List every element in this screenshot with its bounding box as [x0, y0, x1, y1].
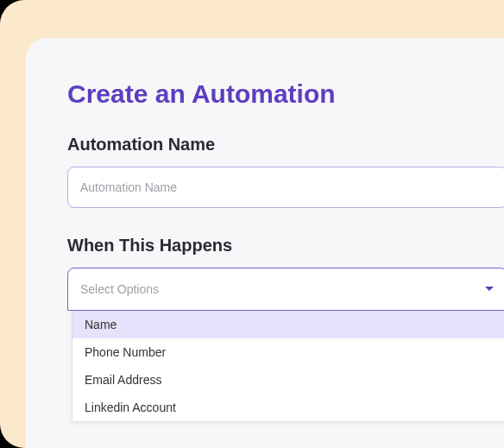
dropdown-option-linkedin[interactable]: Linkedin Account [72, 394, 504, 421]
trigger-dropdown-list: Name Phone Number Email Address Linkedin… [72, 311, 504, 422]
trigger-select[interactable]: Select Options [67, 268, 504, 311]
form-card: Create an Automation Automation Name Whe… [26, 38, 504, 448]
dropdown-option-email[interactable]: Email Address [72, 366, 504, 394]
automation-name-label: Automation Name [67, 135, 504, 155]
automation-name-input[interactable] [67, 167, 504, 208]
trigger-label: When This Happens [67, 236, 504, 256]
dropdown-option-phone[interactable]: Phone Number [72, 338, 504, 366]
trigger-select-placeholder: Select Options [80, 282, 159, 296]
dropdown-option-name[interactable]: Name [72, 311, 504, 338]
outer-background: Create an Automation Automation Name Whe… [0, 0, 504, 448]
chevron-down-icon [484, 286, 495, 293]
trigger-select-wrapper: Select Options Name Phone Number Email A… [67, 268, 504, 422]
page-title: Create an Automation [67, 79, 504, 109]
